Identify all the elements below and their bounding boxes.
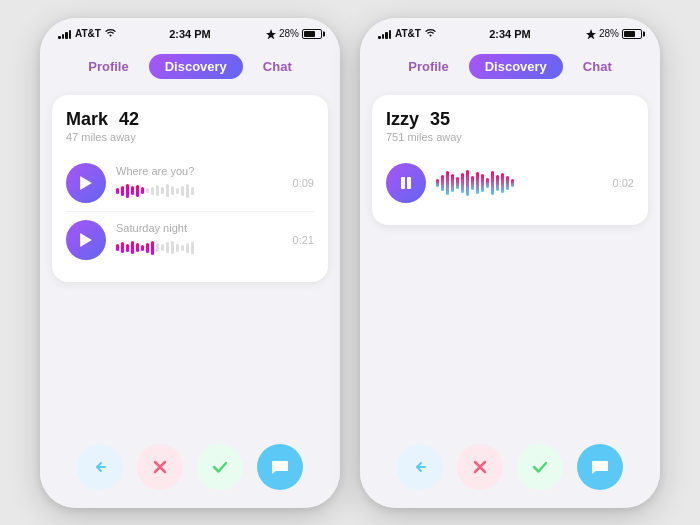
profile-distance-2: 751 miles away <box>386 131 634 143</box>
profile-name-1: Mark 42 <box>66 109 314 130</box>
svg-marker-1 <box>80 233 92 247</box>
tab-profile-1[interactable]: Profile <box>72 54 144 79</box>
time-2: 2:34 PM <box>489 28 531 40</box>
status-bar-2: AT&T 2:34 PM 28% <box>360 18 660 46</box>
voice-row-2: Saturday night <box>66 211 314 268</box>
svg-rect-3 <box>407 177 411 189</box>
tab-bar-2: Profile Discovery Chat <box>360 46 660 85</box>
accept-button-1[interactable] <box>197 444 243 490</box>
profile-card-1: Mark 42 47 miles away Where are you? <box>52 95 328 282</box>
play-button-2[interactable] <box>66 220 106 260</box>
tab-chat-1[interactable]: Chat <box>247 54 308 79</box>
voice-label-1: Where are you? <box>116 165 283 177</box>
location-icon-2 <box>586 29 596 39</box>
tab-chat-2[interactable]: Chat <box>567 54 628 79</box>
battery-area-2: 28% <box>586 28 642 39</box>
voice-row-3: 0:02 <box>386 155 634 211</box>
phone-2: AT&T 2:34 PM 28% Profile Discovery Chat … <box>360 18 660 508</box>
pause-button-1[interactable] <box>386 163 426 203</box>
chat-button-1[interactable] <box>257 444 303 490</box>
action-bar-1 <box>40 434 340 508</box>
tab-discovery-1[interactable]: Discovery <box>149 54 243 79</box>
svg-rect-2 <box>401 177 405 189</box>
voice-info-1: Where are you? <box>116 165 283 201</box>
phone-1: AT&T 2:34 PM 28% Profile Discovery Chat … <box>40 18 340 508</box>
carrier-1: AT&T <box>58 28 116 39</box>
tab-discovery-2[interactable]: Discovery <box>469 54 563 79</box>
waveform-2 <box>116 238 283 258</box>
svg-marker-0 <box>80 176 92 190</box>
voice-label-2: Saturday night <box>116 222 283 234</box>
play-button-1[interactable] <box>66 163 106 203</box>
tab-profile-2[interactable]: Profile <box>392 54 464 79</box>
wifi-icon <box>105 29 116 38</box>
voice-info-2: Saturday night <box>116 222 283 258</box>
chat-button-2[interactable] <box>577 444 623 490</box>
action-bar-2 <box>360 434 660 508</box>
voice-row-1: Where are you? <box>66 155 314 211</box>
reject-button-2[interactable] <box>457 444 503 490</box>
battery-area-1: 28% <box>266 28 322 39</box>
waveform-3 <box>436 169 603 197</box>
voice-info-3 <box>436 169 603 197</box>
waveform-1 <box>116 181 283 201</box>
time-1: 2:34 PM <box>169 28 211 40</box>
voice-duration-2: 0:21 <box>293 234 314 246</box>
reject-button-1[interactable] <box>137 444 183 490</box>
profile-card-2: Izzy 35 751 miles away <box>372 95 648 225</box>
carrier-2: AT&T <box>378 28 436 39</box>
voice-duration-1: 0:09 <box>293 177 314 189</box>
wifi-icon-2 <box>425 29 436 38</box>
status-bar-1: AT&T 2:34 PM 28% <box>40 18 340 46</box>
voice-duration-3: 0:02 <box>613 177 634 189</box>
main-content-2: Izzy 35 751 miles away <box>360 85 660 434</box>
profile-distance-1: 47 miles away <box>66 131 314 143</box>
main-content-1: Mark 42 47 miles away Where are you? <box>40 85 340 434</box>
back-button-2[interactable] <box>397 444 443 490</box>
back-button-1[interactable] <box>77 444 123 490</box>
tab-bar-1: Profile Discovery Chat <box>40 46 340 85</box>
location-icon <box>266 29 276 39</box>
accept-button-2[interactable] <box>517 444 563 490</box>
profile-name-2: Izzy 35 <box>386 109 634 130</box>
